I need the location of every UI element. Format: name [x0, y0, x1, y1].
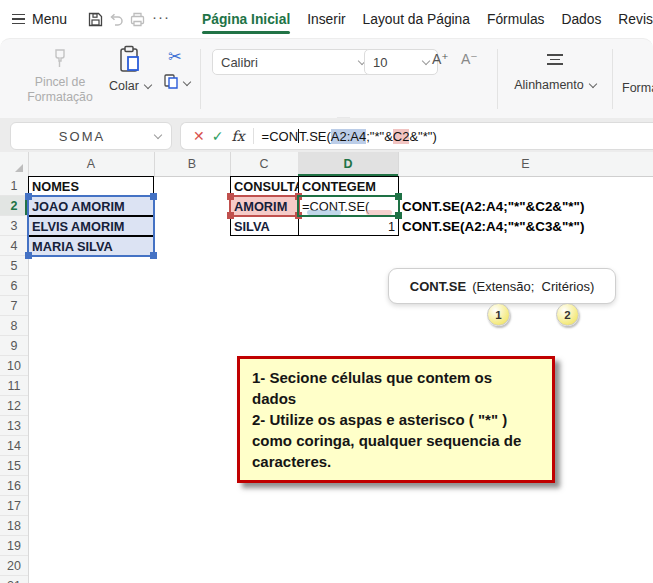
chevron-down-icon — [154, 131, 162, 139]
chevron-down-icon — [144, 81, 152, 89]
copy-button[interactable] — [156, 73, 196, 93]
row-header[interactable]: 17 — [0, 496, 28, 516]
cut-button[interactable]: ✂ — [158, 47, 192, 66]
row-header[interactable]: 18 — [0, 516, 28, 536]
column-headers: A B C D E — [0, 152, 653, 177]
tab-inserir[interactable]: Inserir — [307, 8, 345, 31]
row-header[interactable]: 12 — [0, 396, 28, 416]
row-header[interactable]: 4 — [0, 236, 28, 256]
scissors-icon: ✂ — [168, 48, 181, 65]
cell-e3-formula-text[interactable]: CONT.SE(A2:A4;"*"&C3&"*") — [402, 216, 584, 236]
format-group-label[interactable]: Forma — [622, 81, 653, 95]
column-header-c[interactable]: C — [230, 152, 299, 176]
cell-d3[interactable]: 1 — [298, 216, 399, 236]
formula-bar: SOMA ✕ ✓ fx =CONT.SE(A2:A4;"*"&C2&"*") — [0, 118, 653, 152]
row-header[interactable]: 3 — [0, 216, 28, 236]
divider — [200, 49, 201, 109]
cell-e2-formula-text[interactable]: CONT.SE(A2:A4;"*"&C2&"*") — [402, 196, 584, 216]
badge-1: 1 — [487, 303, 510, 326]
row-header[interactable]: 8 — [0, 316, 28, 336]
select-all-corner[interactable] — [0, 152, 29, 177]
cell-d2[interactable]: =CONT.SE( — [298, 196, 399, 216]
column-header-a[interactable]: A — [28, 152, 155, 176]
formula-input[interactable]: ✕ ✓ fx =CONT.SE(A2:A4;"*"&C2&"*") — [180, 122, 653, 150]
format-painter-button[interactable]: Pincel de Formatação — [14, 47, 106, 105]
row-header[interactable]: 14 — [0, 436, 28, 456]
tab-formulas[interactable]: Fórmulas — [487, 8, 545, 31]
formula-ref-range: A2:A4 — [331, 129, 366, 144]
paintbrush-icon — [14, 47, 106, 75]
row-header[interactable]: 16 — [0, 476, 28, 496]
alignment-button[interactable]: Alinhamento — [505, 51, 605, 92]
undo-icon[interactable] — [108, 8, 125, 30]
more-commands-button[interactable]: ··· — [152, 8, 170, 25]
font-size-value: 10 — [373, 55, 387, 70]
row-header[interactable]: 2 — [0, 196, 28, 216]
row-header[interactable]: 10 — [0, 356, 28, 376]
menu-button[interactable]: Menu — [12, 11, 67, 28]
cell-a2[interactable]: JOAO AMORIM — [28, 196, 154, 216]
save-icon[interactable] — [87, 8, 104, 30]
confirm-icon[interactable]: ✓ — [212, 128, 224, 144]
paste-label-wrap: Colar — [106, 79, 154, 93]
row-header[interactable]: 6 — [0, 276, 28, 296]
cell-d1[interactable]: CONTEGEM — [298, 176, 399, 196]
formula-text-4: &"*") — [409, 129, 436, 144]
row-header[interactable]: 9 — [0, 336, 28, 356]
row-header[interactable]: 5 — [0, 256, 28, 276]
chevron-down-icon — [589, 80, 597, 88]
row-header[interactable]: 13 — [0, 416, 28, 436]
cell-a1[interactable]: NOMES — [28, 176, 154, 196]
increase-font-button[interactable]: A⁺ — [432, 51, 449, 67]
insert-function-icon[interactable]: fx — [231, 128, 244, 144]
font-size-select[interactable]: 10 — [364, 49, 438, 75]
row-header[interactable]: 11 — [0, 376, 28, 396]
print-icon[interactable] — [129, 8, 146, 30]
menu-label: Menu — [32, 11, 67, 27]
function-args: (Extensão; Critérios) — [472, 279, 594, 294]
cell-a3[interactable]: ELVIS AMORIM — [28, 216, 154, 236]
cancel-icon[interactable]: ✕ — [193, 128, 205, 144]
divider — [612, 49, 613, 109]
cell-c3[interactable]: SILVA — [230, 216, 299, 236]
column-header-e[interactable]: E — [398, 152, 653, 176]
tab-layout-da-pagina[interactable]: Layout da Página — [363, 8, 470, 31]
decrease-font-button[interactable]: A⁻ — [461, 51, 478, 67]
divider — [253, 128, 254, 144]
tab-pagina-inicial[interactable]: Página Inicial — [202, 8, 290, 31]
row-header[interactable]: 1 — [0, 176, 28, 196]
paste-button[interactable]: Colar — [106, 45, 154, 93]
column-header-d[interactable]: D — [298, 152, 399, 176]
chevron-down-icon — [182, 78, 190, 86]
cell-c1[interactable]: CONSULTA — [230, 176, 299, 196]
tab-dados[interactable]: Dados — [561, 8, 601, 31]
name-box[interactable]: SOMA — [10, 122, 172, 150]
formula-text-1: =CON — [262, 129, 298, 144]
font-name-value: Calibri — [221, 55, 258, 70]
copy-icon — [163, 73, 179, 93]
spreadsheet-app: Menu ··· Página Inicial Inserir Layout d… — [0, 0, 653, 583]
chevron-down-icon — [422, 57, 430, 65]
cell-c2[interactable]: AMORIM — [230, 196, 299, 216]
note-line-2: 2- Utilize os aspas e asterisco ( "*" ) … — [252, 409, 540, 472]
font-name-select[interactable]: Calibri — [212, 49, 374, 75]
badge-2: 2 — [556, 303, 579, 326]
paste-label: Colar — [109, 79, 139, 93]
instruction-note: 1- Secione células que contem os dados 2… — [237, 356, 555, 483]
divider — [497, 49, 498, 109]
row-header[interactable]: 20 — [0, 556, 28, 576]
ribbon: Pincel de Formatação Colar ✂ Calibri — [0, 38, 653, 120]
name-box-value: SOMA — [11, 129, 153, 144]
tab-revisao[interactable]: Revisão — [618, 8, 653, 31]
row-header[interactable]: 15 — [0, 456, 28, 476]
row-header[interactable]: 21 — [0, 576, 28, 583]
row-header[interactable]: 19 — [0, 536, 28, 556]
menu-bar: Menu ··· Página Inicial Inserir Layout d… — [0, 0, 653, 38]
alignment-label: Alinhamento — [514, 78, 584, 92]
column-header-b[interactable]: B — [154, 152, 231, 176]
row-header[interactable]: 7 — [0, 296, 28, 316]
format-painter-label: Pincel de Formatação — [14, 75, 106, 105]
clipboard-icon — [106, 45, 154, 79]
cell-a4[interactable]: MARIA SILVA — [28, 236, 154, 256]
row-headers: 123456789101112131415161718192021 — [0, 176, 29, 583]
